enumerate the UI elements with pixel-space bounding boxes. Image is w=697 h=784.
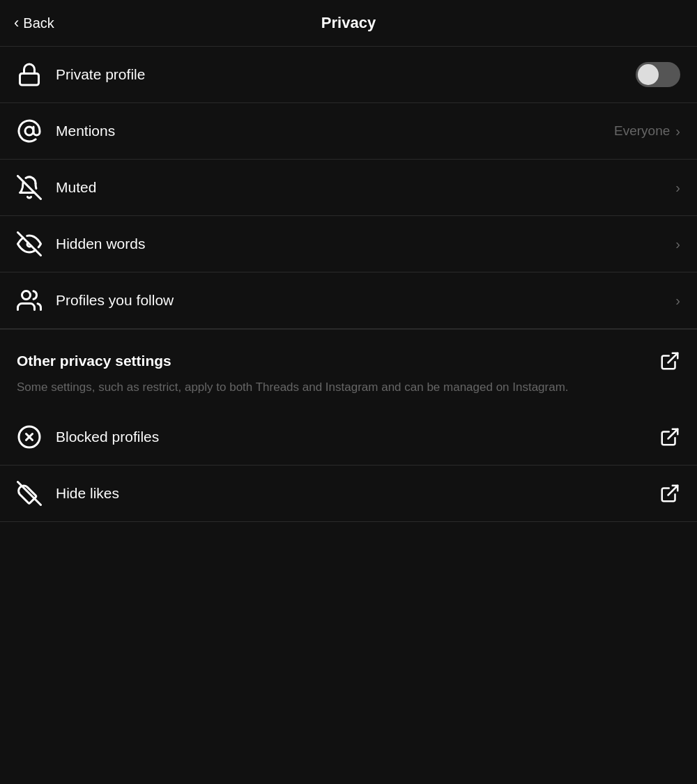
- mentions-item[interactable]: Mentions Everyone ›: [0, 103, 697, 160]
- bell-off-icon: [17, 175, 56, 200]
- mentions-chevron-icon: ›: [675, 123, 680, 139]
- hide-likes-item[interactable]: Hide likes: [0, 466, 697, 522]
- profiles-follow-label: Profiles you follow: [56, 292, 675, 309]
- other-privacy-external-icon: [659, 351, 680, 371]
- page-title: Privacy: [321, 14, 376, 32]
- blocked-profiles-item[interactable]: Blocked profiles: [0, 409, 697, 466]
- muted-chevron-icon: ›: [675, 180, 680, 196]
- svg-line-11: [668, 485, 678, 495]
- svg-line-5: [668, 353, 678, 363]
- svg-line-10: [18, 482, 41, 505]
- users-icon: [17, 288, 56, 313]
- heart-off-icon: [17, 481, 56, 506]
- eye-off-icon: [17, 231, 56, 256]
- muted-label: Muted: [56, 179, 675, 196]
- mentions-label: Mentions: [56, 123, 614, 139]
- blocked-profiles-external-icon: [659, 426, 680, 447]
- other-privacy-section: Other privacy settings Some settings, su…: [0, 329, 697, 409]
- other-privacy-description: Some settings, such as restrict, apply t…: [17, 378, 680, 403]
- mentions-value: Everyone: [614, 123, 670, 139]
- lock-icon: [17, 62, 56, 87]
- private-profile-toggle[interactable]: [636, 62, 680, 87]
- profiles-follow-item[interactable]: Profiles you follow ›: [0, 272, 697, 329]
- hidden-words-label: Hidden words: [56, 236, 675, 252]
- hide-likes-external-icon: [659, 483, 680, 504]
- hidden-words-item[interactable]: Hidden words ›: [0, 216, 697, 272]
- other-settings-list: Blocked profiles Hide likes: [0, 409, 697, 522]
- back-button[interactable]: ‹ Back: [14, 14, 54, 32]
- hidden-words-chevron-icon: ›: [675, 236, 680, 252]
- other-privacy-title-row: Other privacy settings: [17, 351, 680, 371]
- circle-x-icon: [17, 424, 56, 449]
- private-profile-item[interactable]: Private profile: [0, 47, 697, 103]
- svg-line-9: [668, 429, 678, 438]
- private-profile-label: Private profile: [56, 66, 636, 83]
- profiles-follow-chevron-icon: ›: [675, 293, 680, 309]
- back-chevron-icon: ‹: [14, 14, 19, 32]
- back-label: Back: [23, 15, 54, 31]
- blocked-profiles-label: Blocked profiles: [56, 429, 659, 445]
- mentions-right: Everyone ›: [614, 123, 680, 139]
- at-icon: [17, 118, 56, 144]
- svg-rect-0: [20, 74, 39, 86]
- hide-likes-label: Hide likes: [56, 485, 659, 502]
- header: ‹ Back Privacy: [0, 0, 697, 47]
- other-privacy-title: Other privacy settings: [17, 353, 171, 369]
- svg-point-1: [25, 127, 33, 135]
- toggle-knob: [638, 64, 659, 85]
- muted-item[interactable]: Muted ›: [0, 160, 697, 216]
- svg-line-2: [18, 176, 41, 199]
- svg-point-4: [22, 291, 31, 300]
- settings-list: Private profile Mentions Everyone ›: [0, 47, 697, 329]
